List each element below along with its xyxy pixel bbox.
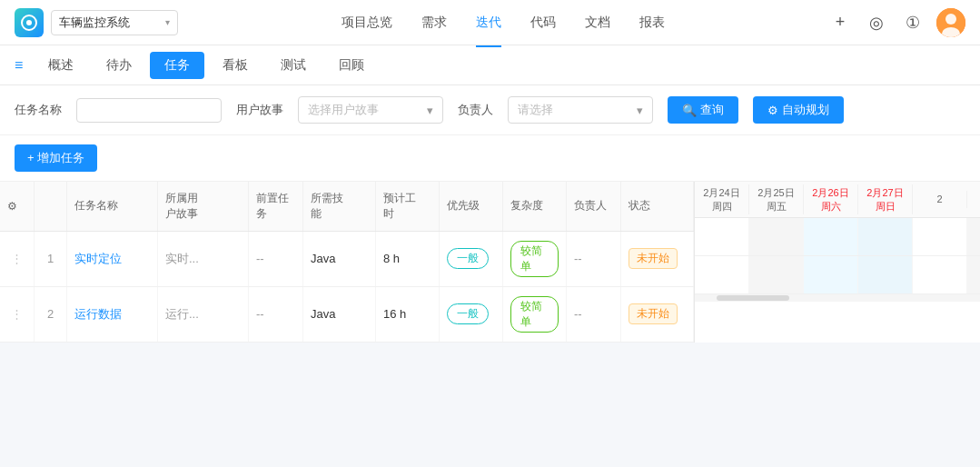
table-row: ⋮ 1 实时定位 实时... -- Java 8 h 一般 较简单: [0, 231, 694, 286]
user-story-placeholder: 选择用户故事: [308, 102, 423, 118]
query-btn-label: 查询: [700, 102, 724, 118]
sub-nav-overview[interactable]: 概述: [34, 52, 88, 79]
project-name: 车辆监控系统: [59, 15, 162, 31]
row-owner: --: [567, 231, 621, 286]
name-column-header: 任务名称: [67, 182, 158, 231]
nav-item-reports[interactable]: 报表: [639, 11, 665, 35]
main-nav-items: 项目总览 需求 迭代 代码 文档 报表: [185, 11, 820, 35]
gantt-cell-1-1: [695, 218, 749, 255]
gantt-cell-2-1: [695, 256, 749, 293]
add-task-bar: + 增加任务: [0, 135, 980, 182]
sub-nav-test[interactable]: 测试: [266, 52, 321, 79]
row-skill: Java: [303, 286, 376, 342]
alert-icon[interactable]: ①: [900, 10, 926, 35]
row-num: 1: [35, 231, 67, 286]
priority-column-header: 优先级: [440, 182, 503, 231]
chevron-down-icon-2: ▾: [637, 104, 643, 117]
gantt-cell-1-5: [913, 218, 967, 255]
gantt-cell-1-3: [804, 218, 858, 255]
table-row: ⋮ 2 运行数据 运行... -- Java 16 h 一般 较简: [0, 286, 694, 342]
priority-badge: 一般: [447, 248, 489, 269]
chevron-down-icon: ▾: [427, 104, 433, 117]
gantt-day-3: 2月26日 周六: [804, 184, 858, 214]
row-skill: Java: [303, 231, 376, 286]
row-task-name[interactable]: 实时定位: [67, 231, 158, 286]
row-priority: 一般: [440, 286, 503, 342]
complex-badge: 较简单: [510, 241, 559, 277]
sub-nav-todo[interactable]: 待办: [92, 52, 146, 79]
main-content: ⚙ 任务名称 所属用户故事 前置任务 所需技能: [0, 182, 980, 343]
row-drag-handle[interactable]: ⋮: [0, 231, 35, 286]
gantt-cell-2-2: [749, 256, 804, 293]
gantt-cell-2-5: [913, 256, 967, 293]
sub-nav-kanban[interactable]: 看板: [208, 52, 262, 79]
settings-icon: ⚙: [7, 200, 17, 213]
row-story: 实时...: [158, 231, 249, 286]
row-pre: --: [249, 231, 303, 286]
row-task-name[interactable]: 运行数据: [67, 286, 158, 342]
task-name-label: 任务名称: [15, 102, 62, 118]
settings-column-header[interactable]: ⚙: [0, 182, 35, 231]
row-owner: --: [567, 286, 621, 342]
row-complex: 较简单: [503, 286, 567, 342]
row-priority: 一般: [440, 231, 503, 286]
user-story-select[interactable]: 选择用户故事 ▾: [298, 96, 443, 124]
gantt-scroll-thumb[interactable]: [717, 295, 789, 301]
priority-badge: 一般: [447, 303, 489, 324]
time-column-header: 预计工时: [376, 182, 440, 231]
status-badge: 未开始: [629, 248, 678, 269]
row-num: 2: [35, 286, 67, 342]
gantt-day-2: 2月25日 周五: [749, 184, 804, 214]
gantt-row-2: [695, 256, 980, 294]
nav-item-docs[interactable]: 文档: [585, 11, 610, 35]
owner-label: 负责人: [458, 102, 493, 118]
auto-btn-label: 自动规划: [782, 102, 829, 118]
nav-item-requirements[interactable]: 需求: [421, 11, 447, 35]
sub-nav-task[interactable]: 任务: [150, 52, 204, 79]
task-link[interactable]: 运行数据: [74, 307, 122, 321]
nav-item-iteration[interactable]: 迭代: [476, 11, 501, 35]
num-column-header: [35, 182, 67, 231]
auto-plan-button[interactable]: ⚙ 自动规划: [753, 96, 844, 124]
owner-placeholder: 请选择: [518, 102, 633, 118]
owner-column-header: 负责人: [567, 182, 621, 231]
add-icon[interactable]: +: [827, 10, 853, 35]
gantt-chart: 2月24日 周四 2月25日 周五 2月26日 周六 2月27日 周日: [694, 182, 980, 343]
project-selector[interactable]: 车辆监控系统 ▾: [51, 10, 178, 35]
svg-point-3: [945, 14, 956, 25]
task-name-input[interactable]: [76, 98, 222, 123]
status-badge: 未开始: [629, 303, 678, 324]
owner-select[interactable]: 请选择 ▾: [508, 96, 653, 124]
user-story-label: 用户故事: [236, 102, 283, 118]
skill-column-header: 所需技能: [303, 182, 376, 231]
top-navigation: 车辆监控系统 ▾ 项目总览 需求 迭代 代码 文档 报表 + ◎ ①: [0, 0, 980, 45]
gantt-cell-2-3: [804, 256, 858, 293]
search-icon: 🔍: [682, 104, 697, 117]
nav-right-actions: + ◎ ①: [827, 8, 965, 37]
story-column-header: 所属用户故事: [158, 182, 249, 231]
row-time: 8 h: [376, 231, 440, 286]
expand-icon[interactable]: ≡: [15, 57, 23, 74]
gantt-scrollbar[interactable]: [695, 294, 980, 302]
row-drag-handle[interactable]: ⋮: [0, 286, 35, 342]
gantt-header-row: 2月24日 周四 2月25日 周五 2月26日 周六 2月27日 周日: [695, 182, 980, 218]
status-column-header: 状态: [621, 182, 694, 231]
task-link[interactable]: 实时定位: [74, 252, 122, 265]
user-avatar[interactable]: [936, 8, 965, 37]
gear-icon: ⚙: [767, 104, 778, 117]
filter-bar: 任务名称 用户故事 选择用户故事 ▾ 负责人 请选择 ▾ 🔍 查询 ⚙ 自动规划: [0, 85, 980, 135]
gantt-cell-1-4: [858, 218, 913, 255]
sub-navigation: ≡ 概述 待办 任务 看板 测试 回顾: [0, 45, 980, 85]
nav-item-code[interactable]: 代码: [530, 11, 556, 35]
row-status: 未开始: [621, 231, 694, 286]
app-logo[interactable]: [15, 8, 44, 37]
nav-item-overview[interactable]: 项目总览: [342, 11, 392, 35]
target-icon[interactable]: ◎: [864, 10, 889, 35]
gantt-day-5: 2: [913, 191, 967, 207]
gantt-day-1: 2月24日 周四: [695, 184, 749, 214]
add-task-button[interactable]: + 增加任务: [15, 144, 97, 172]
svg-point-1: [26, 20, 32, 25]
query-button[interactable]: 🔍 查询: [668, 96, 738, 124]
complex-column-header: 复杂度: [503, 182, 567, 231]
sub-nav-review[interactable]: 回顾: [324, 52, 379, 79]
